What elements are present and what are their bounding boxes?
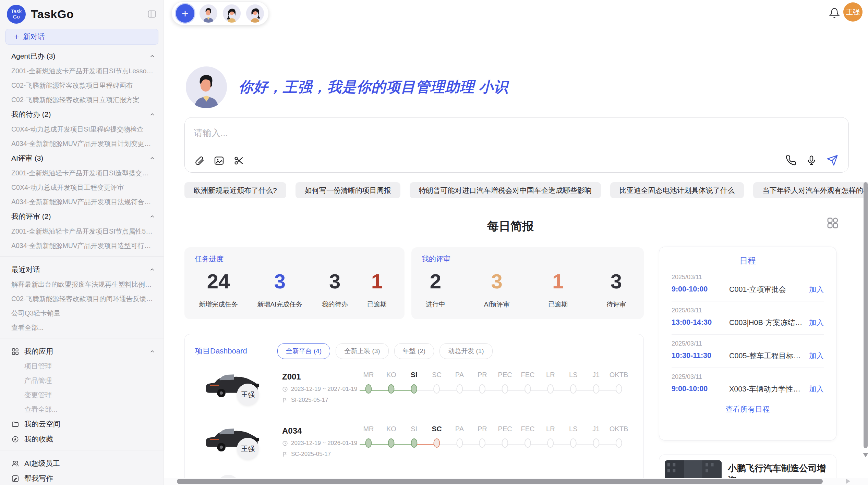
stat-label: 我的待办	[322, 300, 348, 309]
sidebar-item-product-mgmt[interactable]: 产品管理	[11, 373, 155, 388]
list-item[interactable]: Z001-全新燃油轻卡产品开发项目SI节点属性5D文件评审	[11, 224, 155, 238]
schedule-entry: 2025/03/11 10:30-11:30 C005-整车工程目标评审 加入	[672, 335, 824, 368]
milestone-label: KO	[386, 423, 396, 435]
chevron-up-icon	[149, 213, 155, 220]
section-ai-review[interactable]: AI评审 (3)	[11, 151, 155, 166]
milestone-stop: FEC	[521, 423, 535, 448]
project-date-range: 2023-12-19 ~ 2027-01-19	[282, 386, 357, 393]
vertical-scrollbar-thumb[interactable]	[864, 182, 868, 448]
section-my-review[interactable]: 我的评审 (2)	[11, 209, 155, 224]
join-link[interactable]: 加入	[809, 351, 824, 361]
avatar-assistant-2[interactable]	[222, 4, 241, 23]
add-assistant-button[interactable]: +	[176, 4, 194, 23]
list-item[interactable]: Z001-全新燃油皮卡产品开发项目SI节点Lesson Learn报告	[11, 64, 155, 78]
tab-powertrain[interactable]: 动总开发 (1)	[439, 343, 493, 359]
tab-model-year[interactable]: 年型 (2)	[394, 343, 434, 359]
milestone-dot	[570, 384, 577, 394]
sidebar-item-project-mgmt[interactable]: 项目管理	[11, 359, 155, 373]
suggestion-chip[interactable]: 比亚迪全固态电池计划具体说了什么	[610, 182, 744, 198]
milestone-dot	[615, 438, 622, 448]
milestone-stop: OKTB	[610, 423, 628, 448]
recent-chats: 最近对话 解释最新出台的欧盟报废车法规再生塑料比例被调至15%... C02-飞…	[0, 260, 164, 335]
view-all-apps-link[interactable]: 查看全部...	[11, 402, 155, 416]
milestone-stop: MR	[363, 369, 374, 394]
milestone-dot	[593, 384, 599, 394]
section-recent-chats[interactable]: 最近对话	[11, 262, 155, 277]
scissors-icon[interactable]	[233, 155, 244, 166]
attachment-icon[interactable]	[194, 155, 205, 166]
milestone-label: LS	[569, 423, 577, 435]
send-icon[interactable]	[827, 154, 838, 166]
milestone-label: MR	[363, 423, 374, 435]
list-item[interactable]: C02-飞腾新能源轻客改款项目立项汇报方案	[11, 92, 155, 107]
list-item[interactable]: 解释最新出台的欧盟报废车法规再生塑料比例被调至15%...	[11, 277, 155, 291]
list-item[interactable]: C0X4-动力总成开发项目工程变更评审	[11, 180, 155, 195]
microphone-icon[interactable]	[806, 155, 817, 166]
card-title: 任务进度	[195, 254, 224, 264]
milestone-stop: J1	[592, 369, 600, 394]
user-avatar[interactable]: 王强	[843, 2, 863, 22]
list-item[interactable]: A034-全新新能源MUV产品开发项目法规符合性评审	[11, 195, 155, 209]
scroll-right-arrow-icon[interactable]	[846, 478, 850, 484]
milestone-label: OKTB	[610, 423, 628, 435]
tab-new-platform[interactable]: 全新平台 (4)	[277, 343, 330, 359]
image-icon[interactable]	[214, 155, 225, 166]
sidebar-item-change-mgmt[interactable]: 变更管理	[11, 388, 155, 402]
footer-menu: AI超级员工 帮我写作 创意制图	[0, 454, 164, 485]
layout-grid-icon[interactable]	[825, 216, 840, 232]
phone-icon[interactable]	[785, 155, 796, 166]
stat-value: 3	[484, 271, 510, 293]
schedule-time: 13:00-14:30	[672, 318, 729, 327]
sidebar-item-my-apps[interactable]: 我的应用	[11, 344, 155, 359]
list-item[interactable]: 公司Q3轻卡销量	[11, 306, 155, 320]
section-my-todo[interactable]: 我的待办 (2)	[11, 107, 155, 122]
project-row[interactable]: 王强 A034 2023-12-19 ~ 2026-01-19 SC-2025-…	[185, 416, 643, 470]
stat-value: 1	[367, 271, 387, 293]
tab-new-bodywork[interactable]: 全新上装 (3)	[336, 343, 389, 359]
stat-label: 新增AI完成任务	[257, 300, 302, 309]
avatar-assistant-3[interactable]	[246, 4, 264, 23]
milestone-label: J1	[592, 423, 600, 435]
list-item[interactable]: C02-飞腾新能源轻客改款项目里程碑画布	[11, 78, 155, 92]
sidebar-item-help-me-write[interactable]: 帮我写作	[11, 471, 155, 485]
suggestion-chip[interactable]: 特朗普可能对进口汽车增税会对中国车企造成哪些影响	[410, 182, 601, 198]
milestone-label: SC	[432, 423, 442, 435]
avatar-assistant-1[interactable]	[199, 4, 218, 23]
sidebar-item-ai-super-staff[interactable]: AI超级员工	[11, 456, 155, 471]
suggestion-chip[interactable]: 当下年轻人对汽车外观有怎样的喜好趋势	[753, 182, 868, 198]
join-link[interactable]: 加入	[809, 284, 824, 294]
milestone-dot	[525, 438, 531, 448]
list-item[interactable]: C02-飞腾新能源轻客改款项目的闭环通告反馈情况	[11, 291, 155, 306]
flag-icon	[282, 451, 288, 457]
new-chat-button[interactable]: + 新对话	[5, 29, 158, 45]
dashboard-header: 项目Dashboard 全新平台 (4) 全新上装 (3) 年型 (2) 动总开…	[185, 334, 643, 359]
sidebar-item-favorites[interactable]: 我的收藏	[11, 432, 155, 447]
milestone-stop: OKTB	[610, 369, 628, 394]
project-name: A034	[282, 426, 302, 436]
stat-value: 3	[322, 271, 348, 293]
list-item[interactable]: C0X4-动力总成开发项目SI里程碑提交物检查	[11, 122, 155, 136]
horizontal-scrollbar-thumb[interactable]	[177, 479, 823, 484]
section-agent-done[interactable]: Agent已办 (3)	[11, 49, 155, 64]
list-item[interactable]: Z001-全新燃油轻卡产品开发项目SI造型提交物评审	[11, 166, 155, 180]
sidebar: Task Go TaskGo + 新对话 Agent已办 (3) Z001-全新…	[0, 0, 164, 485]
list-item[interactable]: A034-全新新能源MUV产品开发项目计划变更表编写	[11, 136, 155, 151]
join-link[interactable]: 加入	[809, 384, 824, 394]
milestone-label: MR	[363, 369, 374, 381]
suggestion-chip[interactable]: 欧洲新规最近颁布了什么?	[184, 182, 286, 198]
view-all-schedule-link[interactable]: 查看所有日程	[659, 404, 836, 414]
view-all-chats-link[interactable]: 查看全部...	[11, 320, 155, 335]
milestone-label: PA	[455, 369, 464, 381]
join-link[interactable]: 加入	[809, 318, 824, 327]
list-item[interactable]: A034-全新新能源MUV产品开发项目造型可行性评审	[11, 238, 155, 253]
sidebar-item-cloud-space[interactable]: 我的云空间	[11, 416, 155, 432]
chat-input[interactable]	[194, 127, 742, 148]
project-row[interactable]: 王强 Z001 2023-12-19 ~ 2027-01-19 SI-2025-…	[185, 362, 643, 416]
milestone-dot	[479, 384, 485, 394]
suggestion-chip[interactable]: 如何写一份清晰的项目周报	[296, 182, 400, 198]
sidebar-body: Agent已办 (3) Z001-全新燃油皮卡产品开发项目SI节点Lesson …	[0, 47, 164, 253]
scroll-down-arrow-icon[interactable]	[863, 453, 868, 457]
notification-bell-icon[interactable]	[829, 8, 840, 20]
milestone-stop: PEC	[498, 369, 512, 394]
sidebar-collapse-icon[interactable]	[147, 9, 157, 19]
